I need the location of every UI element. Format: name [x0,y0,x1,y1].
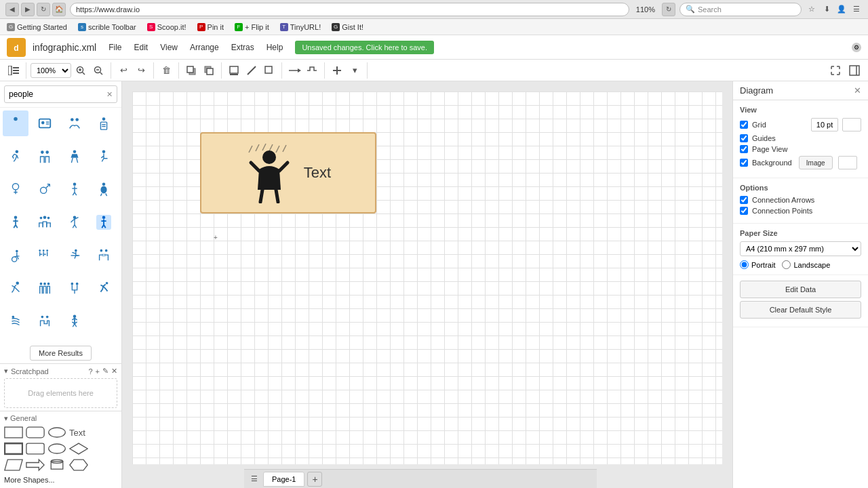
icon-persons-pair[interactable] [32,144,58,169]
more-results-button[interactable]: More Results [30,346,92,361]
fill-color-button[interactable] [226,62,242,79]
icon-person-sitting[interactable] [91,144,117,169]
icon-persons-chat[interactable] [32,308,58,334]
grid-checkbox[interactable] [740,121,748,129]
scratchpad-add-icon[interactable]: + [96,367,100,375]
icon-persons-meeting[interactable] [91,243,117,268]
shape-ellipse[interactable] [47,426,66,439]
add-page-button[interactable]: + [307,472,322,487]
menu-icon[interactable]: ☰ [850,3,863,16]
more-shapes-button[interactable]: More Shapes... [4,474,117,485]
icon-person-raise[interactable] [62,209,87,235]
portrait-radio[interactable] [740,260,749,269]
shape-diamond[interactable] [69,442,88,455]
toggle-panels-button[interactable] [5,62,22,79]
redo-button[interactable]: ↪ [133,62,149,79]
scratchpad-help-icon[interactable]: ? [88,367,92,375]
bookmark-tinyurl[interactable]: T TinyURL! [277,22,323,33]
insert-dropdown-button[interactable]: ▾ [347,62,363,79]
line-color-button[interactable] [243,62,260,79]
insert-button[interactable] [329,62,345,79]
to-back-button[interactable] [201,62,217,79]
paper-size-select[interactable]: A4 (210 mm x 297 mm) A3 Letter Legal [740,241,861,256]
scratchpad-close-icon[interactable]: ✕ [111,367,117,375]
to-front-button[interactable] [183,62,199,79]
icon-person-walk[interactable] [3,144,28,169]
shape-text-label[interactable]: Text [69,426,85,439]
page-tab-1[interactable]: Page-1 [263,472,304,487]
settings-icon[interactable]: ⚙ [852,43,861,52]
icon-gender-female[interactable] [3,176,28,202]
icon-person-blue-selected[interactable] [91,209,117,235]
icon-person-run[interactable] [3,276,28,302]
fullscreen-button[interactable] [827,62,844,79]
forward-button[interactable]: ▶ [21,3,35,16]
right-panel-close-button[interactable]: ✕ [854,85,861,96]
icon-person-thin[interactable] [62,176,87,202]
zoom-select[interactable]: 100%75%150% [31,63,71,78]
icon-wheelchair[interactable] [3,243,28,268]
icon-person-group[interactable] [62,110,87,136]
connection-arrows-checkbox[interactable] [740,196,748,204]
menu-extras[interactable]: Extras [226,40,260,55]
delete-button[interactable]: 🗑 [158,62,174,79]
icon-person-desk[interactable] [62,243,87,268]
icon-persons-group[interactable] [32,209,58,235]
shape-arrow[interactable] [26,458,45,472]
edit-data-button[interactable]: Edit Data [740,281,861,298]
menu-file[interactable]: File [103,40,127,55]
grid-color-swatch[interactable] [842,118,861,131]
refresh-button[interactable]: ↻ [662,3,675,16]
bookmark-getting-started[interactable]: G Getting Started [4,22,70,33]
zoom-out-button[interactable] [90,62,106,79]
star-icon[interactable]: ☆ [806,3,818,16]
landscape-radio[interactable] [782,260,791,269]
waypoint-button[interactable] [304,62,320,79]
icon-person-card[interactable] [32,110,58,136]
shape-rounded-rect[interactable] [26,426,45,439]
bookmark-gist[interactable]: G Gist It! [329,22,366,33]
background-color-swatch[interactable] [838,156,857,169]
page-view-checkbox[interactable] [740,145,748,153]
reload-button[interactable]: ↻ [37,3,50,16]
image-button[interactable]: Image [799,156,833,169]
clear-default-style-button[interactable]: Clear Default Style [740,301,861,319]
page-options-button[interactable]: ☰ [248,473,260,485]
connection-points-checkbox[interactable] [740,207,748,215]
icon-gender-male[interactable] [32,176,58,202]
icon-persons-line[interactable] [32,243,58,268]
user-icon[interactable]: 👤 [835,3,848,16]
menu-view[interactable]: View [155,40,183,55]
icon-person-standing[interactable] [3,110,28,136]
menu-help[interactable]: Help [261,40,289,55]
grid-pt-input[interactable] [811,118,838,131]
download-icon[interactable]: ⬇ [821,3,833,16]
icon-person-sprint[interactable] [91,276,117,302]
unsaved-notice[interactable]: Unsaved changes. Click here to save. [295,41,434,54]
address-bar[interactable]: https://www.draw.io [70,3,629,16]
menu-arrange[interactable]: Arrange [184,40,224,55]
guides-checkbox[interactable] [740,134,748,142]
shape-rect-thick[interactable] [4,442,23,455]
shape-search-input[interactable] [4,85,117,103]
menu-edit[interactable]: Edit [129,40,154,55]
icon-person-assist[interactable] [62,276,87,302]
bookmark-pin[interactable]: P Pin it [195,22,226,33]
shape-parallelogram[interactable] [4,458,23,472]
icon-person-carry[interactable] [62,144,87,169]
shape-ellipse-2[interactable] [47,442,66,455]
back-button[interactable]: ◀ [5,3,19,16]
icon-person-arrows[interactable] [62,308,87,334]
icon-person-swim[interactable] [3,308,28,334]
undo-button[interactable]: ↩ [115,62,132,79]
shape-hexagon[interactable] [69,458,88,472]
background-checkbox[interactable] [740,159,748,167]
icon-person-clipboard[interactable] [91,110,117,136]
canvas-area[interactable]: Text + ☰ Page-1 + [122,81,732,488]
diagram-element[interactable]: Text [200,132,376,214]
connector-button[interactable] [286,62,302,79]
bookmark-flip[interactable]: F + Flip it [232,22,272,33]
zoom-in-button[interactable] [73,62,89,79]
shape-rectangle[interactable] [4,426,23,439]
shadow-button[interactable] [261,62,277,79]
